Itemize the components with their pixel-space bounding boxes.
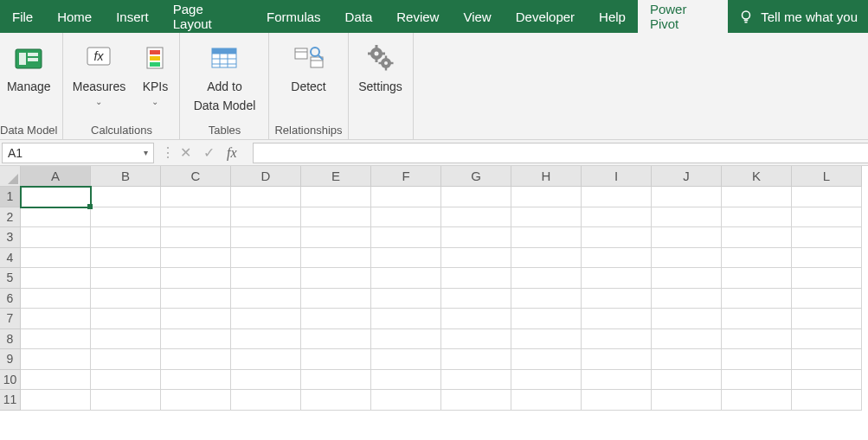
cell[interactable] [301,329,371,350]
manage-button[interactable]: Manage [2,36,55,95]
cell[interactable] [441,227,511,248]
cell[interactable] [652,289,722,309]
cell[interactable] [792,370,862,391]
cell[interactable] [441,187,511,207]
cell[interactable] [301,207,371,228]
cell[interactable] [792,329,862,350]
cell[interactable] [161,268,231,289]
cell[interactable] [371,268,441,289]
cell[interactable] [441,289,511,309]
cell[interactable] [722,207,792,228]
cell[interactable] [161,309,231,329]
cell[interactable] [792,248,862,269]
cell[interactable] [582,349,652,370]
cell[interactable] [722,309,792,329]
tab-formulas[interactable]: Formulas [254,0,333,33]
add-to-data-model-button[interactable]: Add to Data Model [185,36,263,113]
cell[interactable] [231,248,301,269]
cell[interactable] [371,390,441,411]
cell[interactable] [91,329,161,350]
cell[interactable] [652,349,722,370]
cell[interactable] [231,349,301,370]
column-header[interactable]: F [371,166,441,187]
cell[interactable] [792,268,862,289]
cell[interactable] [21,309,91,329]
cell[interactable] [652,390,722,411]
cell[interactable] [371,207,441,228]
cell[interactable] [371,248,441,269]
cell[interactable] [21,289,91,309]
cell[interactable] [652,309,722,329]
cell[interactable] [21,349,91,370]
cell[interactable] [722,329,792,350]
cell[interactable] [231,390,301,411]
cell[interactable] [91,187,161,207]
cell[interactable] [441,329,511,350]
column-header[interactable]: K [722,166,792,187]
row-header[interactable]: 3 [0,227,21,248]
cell[interactable] [722,187,792,207]
cell[interactable] [652,329,722,350]
column-header[interactable]: H [511,166,582,187]
cell[interactable] [582,268,652,289]
cell[interactable] [652,227,722,248]
column-header[interactable]: E [301,166,371,187]
cell[interactable] [511,370,582,391]
cell[interactable] [161,349,231,370]
cell[interactable] [91,248,161,269]
column-header[interactable]: L [792,166,862,187]
cell[interactable] [582,370,652,391]
cell[interactable] [161,227,231,248]
tab-insert[interactable]: Insert [104,0,161,33]
row-header[interactable]: 8 [0,329,21,350]
cell[interactable] [301,187,371,207]
cell[interactable] [722,248,792,269]
cell[interactable] [21,390,91,411]
cell[interactable] [21,248,91,269]
cell[interactable] [441,207,511,228]
cell[interactable] [652,207,722,228]
cell[interactable] [231,187,301,207]
row-header[interactable]: 10 [0,370,21,391]
cell[interactable] [161,248,231,269]
cell[interactable] [301,370,371,391]
cell[interactable] [231,227,301,248]
row-header[interactable]: 6 [0,289,21,309]
cell[interactable] [511,268,582,289]
cell[interactable] [91,309,161,329]
cell[interactable] [441,370,511,391]
cell[interactable] [722,268,792,289]
cell[interactable] [511,227,582,248]
formula-input[interactable] [253,143,868,163]
cell[interactable] [371,289,441,309]
kpis-button[interactable]: KPIs ⌄ [136,36,174,107]
cell[interactable] [792,207,862,228]
cell[interactable] [582,329,652,350]
cell[interactable] [582,248,652,269]
cell[interactable] [301,268,371,289]
cell[interactable] [231,289,301,309]
cell[interactable] [21,268,91,289]
cell[interactable] [301,390,371,411]
cell[interactable] [161,370,231,391]
cell[interactable] [722,390,792,411]
cell[interactable] [652,370,722,391]
chevron-down-icon[interactable]: ▾ [144,148,148,157]
cell[interactable] [792,390,862,411]
cell[interactable] [441,349,511,370]
cell[interactable] [722,370,792,391]
column-header[interactable]: G [441,166,511,187]
cell[interactable] [91,227,161,248]
cell[interactable] [301,248,371,269]
cell[interactable] [722,289,792,309]
cell[interactable] [511,390,582,411]
cell[interactable] [91,207,161,228]
cell[interactable] [91,370,161,391]
cell[interactable] [582,309,652,329]
cell[interactable] [231,207,301,228]
row-header[interactable]: 1 [0,187,21,207]
row-header[interactable]: 7 [0,309,21,329]
cell[interactable] [792,289,862,309]
tab-help[interactable]: Help [587,0,638,33]
tab-developer[interactable]: Developer [504,0,587,33]
